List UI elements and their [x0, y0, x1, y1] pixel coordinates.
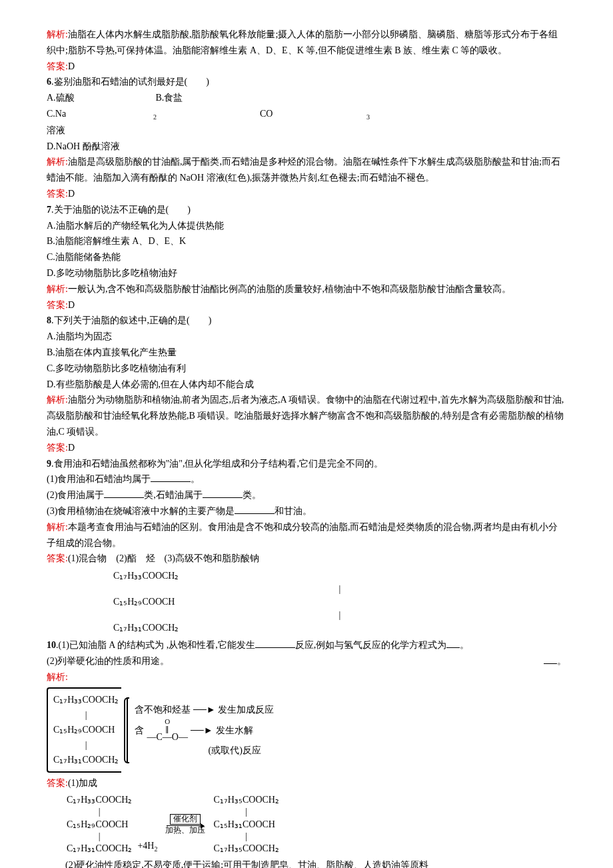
- q-number: 9: [47, 459, 51, 469]
- q-number: 6: [47, 77, 51, 87]
- answer-text: D: [68, 61, 75, 71]
- answer-label: 答案:: [47, 300, 68, 310]
- q-stem: .下列关于油脂的叙述中,正确的是( ): [51, 315, 211, 325]
- plus-h2: +4H2: [137, 838, 157, 855]
- opt-b: B.油脂能溶解维生素 A、D、E、K: [47, 233, 566, 249]
- analysis-text: 本题考查食用油与石蜡油的区别。食用油是含不饱和成分较高的油脂,而石蜡油是烃类物质…: [47, 522, 558, 548]
- q-stem: .鉴别油脂和石蜡油的试剂最好是( ): [51, 77, 209, 87]
- q10-block: C₁₇H₃₃COOCH₂ | C₁₅H₂₉COOCH | C₁₇H₃₁COOCH…: [47, 569, 566, 868]
- analysis-diagram: C₁₇H₃₃COOCH₂ | C₁₅H₂₉COOCH | C₁₇H₃₁COOCH…: [47, 687, 566, 773]
- opt-c: C.油脂能储备热能: [47, 249, 566, 265]
- opt-a: A.硫酸: [47, 90, 153, 106]
- analysis-label: 解析:: [47, 395, 68, 405]
- opt-c: C.Na2CO3溶液: [47, 106, 566, 139]
- q9-p1a: (1)食用油和石蜡油均属于: [47, 474, 151, 484]
- q-number: 10: [47, 640, 56, 650]
- left-formula: C₁₇H₃₃COOCH₂ | C₁₅H₂₉COOCH | C₁₇H₃₁COOCH…: [47, 687, 121, 773]
- reaction-arrow: 催化剂 加热、加压: [165, 814, 205, 834]
- analysis-text: 油脂是高级脂肪酸的甘油酯,属于酯类,而石蜡油是多种烃的混合物。油脂在碱性条件下水…: [47, 157, 560, 183]
- q10-p2a: (2)列举硬化油的性质和用途。: [47, 656, 169, 666]
- q7-block: 7.关于油脂的说法不正确的是( ) A.油脂水解后的产物经氧化为人体提供热能 B…: [47, 202, 566, 313]
- analysis-label: 解析:: [47, 29, 68, 39]
- q9-p2a: (2)食用油属于: [47, 490, 104, 500]
- blank: [446, 638, 460, 648]
- q5-block: 解析:油脂在人体内水解生成脂肪酸,脂肪酸氧化释放能量;摄入人体的脂肪一小部分以卵…: [47, 27, 566, 74]
- answer-text: D: [68, 189, 75, 199]
- equation: C₁₇H₃₃COOCH₂ | C₁₅H₂₉COOCH | C₁₇H₃₁COOCH…: [67, 794, 566, 855]
- q-stem: .食用油和石蜡油虽然都称为"油",但从化学组成和分子结构看,它们是完全不同的。: [51, 459, 383, 469]
- answer-label: 答案:: [47, 443, 68, 453]
- answer-label: 答案:: [47, 61, 68, 71]
- eq-right: C₁₇H₃₅COOCH₂ | C₁₅H₃₁COOCH | C₁₇H₃₅COOCH…: [213, 794, 279, 855]
- blank: [235, 504, 275, 514]
- blank: [544, 654, 557, 664]
- blank: [255, 638, 295, 648]
- answer-2: (2)硬化油性质稳定,不易变质,便于运输;可用于制造肥皂、甘油、脂肪酸、人造奶油…: [65, 860, 428, 868]
- q6-block: 6.鉴别油脂和石蜡油的试剂最好是( ) A.硫酸 B.食盐 C.Na2CO3溶液…: [47, 74, 566, 201]
- eq-left: C₁₇H₃₃COOCH₂ | C₁₅H₂₉COOCH | C₁₇H₃₁COOCH…: [67, 794, 132, 855]
- answer-label: 答案:: [47, 778, 68, 788]
- formula-a: C₁₇H₃₃COOCH₂ | C₁₅H₂₉COOCH | C₁₇H₃₁COOCH…: [113, 569, 566, 635]
- analysis-text: 一般认为,含不饱和高级脂肪酸甘油酯比例高的油脂的质量较好,植物油中不饱和高级脂肪…: [68, 284, 511, 294]
- answer-label: 答案:: [47, 553, 68, 563]
- blank: [151, 472, 191, 482]
- q-stem: .关于油脂的说法不正确的是( ): [51, 205, 191, 215]
- blank: [203, 488, 243, 498]
- right-reactions: 含不饱和烃基 ──► 发生加成反应 含 O ‖ —C—O— ──► 发生水解 (…: [127, 697, 277, 763]
- opt-b: B.油脂在体内直接氧化产生热量: [47, 345, 566, 361]
- opt-a: A.油脂均为固态: [47, 329, 566, 345]
- analysis-label: 解析:: [47, 522, 68, 532]
- q9-block: 9.食用油和石蜡油虽然都称为"油",但从化学组成和分子结构看,它们是完全不同的。…: [47, 456, 566, 567]
- q-number: 8: [47, 315, 51, 325]
- answer-1: (1)加成: [68, 778, 97, 788]
- blank: [104, 488, 144, 498]
- opt-d: D.有些脂肪酸是人体必需的,但在人体内却不能合成: [47, 377, 566, 393]
- opt-b: B.食盐: [156, 90, 263, 106]
- q8-block: 8.下列关于油脂的叙述中,正确的是( ) A.油脂均为固态 B.油脂在体内直接氧…: [47, 313, 566, 455]
- q-number: 7: [47, 205, 51, 215]
- answer-text: D: [68, 443, 75, 453]
- opt-c: C.多吃动物脂肪比多吃植物油有利: [47, 361, 566, 377]
- opt-d: D.多吃动物脂肪比多吃植物油好: [47, 265, 566, 281]
- opt-d: D.NaOH 酚酞溶液: [47, 139, 153, 155]
- answer-label: 答案:: [47, 189, 68, 199]
- analysis-label: 解析:: [47, 157, 68, 167]
- analysis-text: 油脂在人体内水解生成脂肪酸,脂肪酸氧化释放能量;摄入人体的脂肪一小部分以卵磷脂、…: [47, 29, 558, 55]
- analysis-label: 解析:: [47, 672, 68, 682]
- answer-text: D: [68, 300, 75, 310]
- q9-p3a: (3)食用植物油在烧碱溶液中水解的主要产物是: [47, 506, 235, 516]
- answer-text: (1)混合物 (2)酯 烃 (3)高级不饱和脂肪酸钠: [68, 553, 259, 563]
- q10-p1a: .(1)已知油脂 A 的结构式为: [56, 640, 164, 650]
- analysis-label: 解析:: [47, 284, 68, 294]
- opt-a: A.油脂水解后的产物经氧化为人体提供热能: [47, 218, 566, 234]
- analysis-text: 油脂分为动物脂肪和植物油,前者为固态,后者为液态,A 项错误。食物中的油脂在代谢…: [47, 395, 564, 437]
